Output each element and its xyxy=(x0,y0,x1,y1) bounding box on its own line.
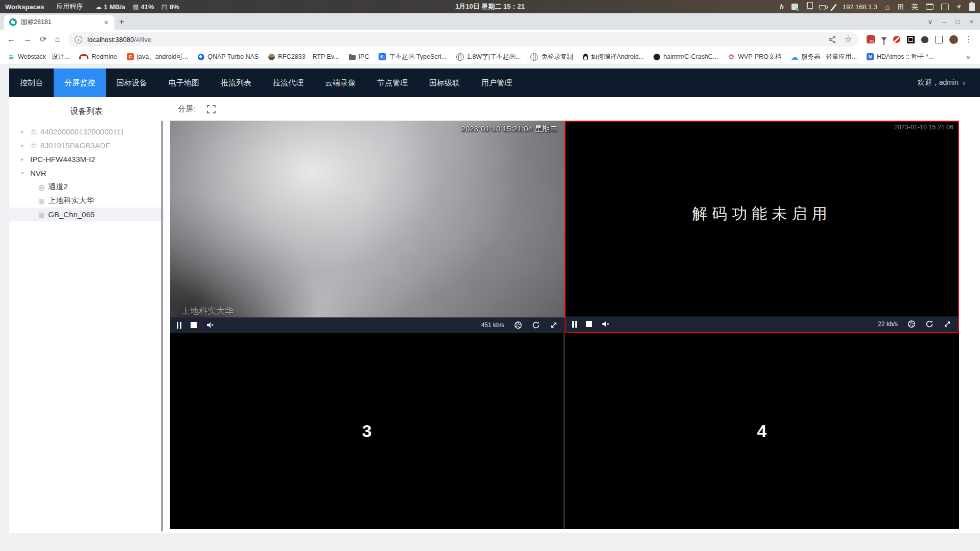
browser-tab[interactable]: 国标28181 × xyxy=(4,15,114,30)
forward-icon[interactable]: → xyxy=(24,35,32,43)
adblock-extension-icon[interactable] xyxy=(893,36,900,43)
screenshot-extension-icon[interactable] xyxy=(907,36,915,43)
pen-tray-icon[interactable] xyxy=(831,4,836,10)
player-3[interactable]: 3 xyxy=(170,333,565,529)
nav-item-map[interactable]: 电子地图 xyxy=(158,68,210,97)
single-screen-icon[interactable] xyxy=(207,105,216,113)
bookmark-redmine[interactable]: Redmine xyxy=(79,53,117,60)
bookmark-copy[interactable]: 免登录复制 xyxy=(530,53,573,61)
bookmark-github[interactable]: hairrrrr/C-CrashC... xyxy=(654,53,718,60)
nav-item-pull-proxy[interactable]: 拉流代理 xyxy=(262,68,314,97)
display-tray-icon[interactable] xyxy=(941,4,949,10)
player-1-video[interactable]: 2023-01-10 15:21:04 星期二 上地科实大华 xyxy=(170,121,565,317)
nav-item-push-list[interactable]: 推流列表 xyxy=(210,68,262,97)
pause-icon[interactable] xyxy=(177,322,181,329)
caret-down-icon[interactable]: ▾ xyxy=(21,170,27,176)
new-tab-button[interactable]: + xyxy=(114,15,129,29)
pause-icon[interactable] xyxy=(572,321,577,328)
tree-item-nvr[interactable]: ▾ NVR xyxy=(9,166,164,180)
json-viewer-extension-icon[interactable] xyxy=(867,35,875,43)
volume-muted-icon[interactable] xyxy=(956,5,960,9)
tab-title: 国标28181 xyxy=(21,18,99,27)
extensions-icon[interactable] xyxy=(921,36,928,43)
stop-icon[interactable] xyxy=(586,321,592,327)
sidebar-scrollbar[interactable] xyxy=(161,121,163,532)
clock[interactable]: 1月10日 星期二 15：21 xyxy=(455,2,525,11)
bookmark-webstack[interactable]: ≋Webstack - 设计... xyxy=(8,53,69,61)
bookmark-android[interactable]: 如何编译Android... xyxy=(583,53,644,61)
home-icon[interactable]: ⌂ xyxy=(55,35,60,43)
net-speed: 1 MB/s xyxy=(104,3,125,11)
tree-item-platform-1[interactable]: ▸ 品 44020000013200000111 xyxy=(9,125,164,139)
nav-item-cloud-record[interactable]: 云端录像 xyxy=(314,68,366,97)
url-input[interactable]: localhost:38080/#/live ☆ xyxy=(68,32,858,47)
browser-menu-icon[interactable]: ⋮ xyxy=(965,35,973,43)
window-menu-icon[interactable]: ∨ xyxy=(928,18,933,26)
bookmark-18w[interactable]: 1.8W字|了不起的... xyxy=(456,53,521,61)
bookmark-typescript[interactable]: 了不起的 TypeScri... xyxy=(379,53,447,61)
fullscreen-icon[interactable] xyxy=(943,320,951,328)
window-maximize-icon[interactable]: □ xyxy=(956,18,960,26)
nav-item-gb-devices[interactable]: 国标设备 xyxy=(106,68,158,97)
caffeine-tray-icon[interactable] xyxy=(819,5,826,10)
nav-item-split-monitor[interactable]: 分屏监控 xyxy=(54,68,106,97)
app-tray-icon[interactable] xyxy=(791,4,798,10)
refresh-icon[interactable] xyxy=(532,321,540,329)
mute-icon[interactable] xyxy=(601,320,610,328)
nav-item-console[interactable]: 控制台 xyxy=(9,68,54,97)
nav-item-node-manage[interactable]: 节点管理 xyxy=(366,68,418,97)
frame-extension-icon[interactable] xyxy=(935,36,943,43)
input-method-indicator[interactable]: 英 xyxy=(912,2,918,11)
back-icon[interactable]: ← xyxy=(7,35,15,43)
workspace-grid-icon[interactable]: ⊞ xyxy=(897,2,904,11)
profile-avatar[interactable] xyxy=(949,35,958,44)
ip-address[interactable]: 192.168.1.3 xyxy=(843,3,878,11)
tree-channel-2[interactable]: ◎ 上地科实大华 xyxy=(9,194,164,208)
aperture-icon[interactable] xyxy=(514,321,522,329)
mute-icon[interactable] xyxy=(206,321,214,329)
site-info-icon[interactable] xyxy=(75,36,82,43)
caret-right-icon[interactable]: ▸ xyxy=(21,128,27,135)
nav-item-gb-cascade[interactable]: 国标级联 xyxy=(418,68,471,97)
fullscreen-icon[interactable] xyxy=(550,321,558,329)
bookmark-folder-ipc[interactable]: IPC xyxy=(349,53,369,60)
bookmark-java[interactable]: java、android可... xyxy=(127,53,188,61)
grid-2x2-icon[interactable] xyxy=(227,105,236,113)
tree-item-ipc[interactable]: ▸ IPC-HFW4433M-I2 xyxy=(9,152,164,166)
bookmark-server[interactable]: ☁服务器 - 轻量应用... xyxy=(791,53,857,61)
player-4[interactable]: 4 xyxy=(565,333,959,529)
wine-extension-icon[interactable] xyxy=(881,37,886,41)
reload-icon[interactable]: ⟳ xyxy=(40,35,46,43)
applications-menu[interactable]: 应用程序 xyxy=(56,2,83,11)
share-icon[interactable] xyxy=(828,36,836,43)
player-1[interactable]: 2023-01-10 15:21:04 星期二 上地科实大华 451 kb/s xyxy=(170,121,565,333)
bookmark-qnap[interactable]: QNAP Turbo NAS xyxy=(198,53,259,60)
browser-address-bar: ← → ⟳ ⌂ localhost:38080/#/live ☆ ⋮ xyxy=(0,30,980,49)
player-2[interactable]: 2023-01-10 15:21:06 解码功能未启用 22 kb/s xyxy=(565,121,959,333)
bookmark-star-icon[interactable]: ☆ xyxy=(845,35,852,43)
caret-right-icon[interactable]: ▸ xyxy=(21,156,27,163)
user-menu[interactable]: 欢迎，admin ∨ xyxy=(918,68,980,97)
stop-icon[interactable] xyxy=(191,322,197,328)
aperture-icon[interactable] xyxy=(907,320,916,328)
tree-channel-1[interactable]: ◎ 通道2 xyxy=(9,180,164,194)
bing-tray-icon[interactable]: b xyxy=(780,3,784,11)
bookmark-rfc2833[interactable]: RFC2833 – RTP Ev... xyxy=(268,53,339,60)
window-tray-icon[interactable] xyxy=(926,4,934,10)
home-tray-icon[interactable]: ⌂ xyxy=(885,3,890,11)
clipboard-tray-icon[interactable] xyxy=(806,4,811,10)
grid-3x3-icon[interactable] xyxy=(247,105,256,113)
window-close-icon[interactable]: × xyxy=(969,18,973,26)
tab-close-icon[interactable]: × xyxy=(103,18,109,27)
tree-channel-3-selected[interactable]: ◎ GB_Chn_065 xyxy=(9,208,164,221)
window-minimize-icon[interactable]: – xyxy=(942,18,946,26)
player-2-video[interactable]: 2023-01-10 15:21:06 解码功能未启用 xyxy=(566,122,958,316)
tree-item-platform-2[interactable]: ▸ 品 8J01915PAGB3ADF xyxy=(9,139,164,152)
bookmarks-overflow-icon[interactable]: » xyxy=(966,53,972,61)
refresh-icon[interactable] xyxy=(925,320,934,328)
nav-item-user-manage[interactable]: 用户管理 xyxy=(471,68,523,97)
bookmark-hdatmos[interactable]: HDAtmos :: 种子 *... xyxy=(867,53,934,61)
caret-right-icon[interactable]: ▸ xyxy=(21,142,27,149)
workspaces-button[interactable]: Workspaces xyxy=(5,3,44,11)
bookmark-wvp[interactable]: ✿WVP-PRO文档 xyxy=(728,53,781,61)
